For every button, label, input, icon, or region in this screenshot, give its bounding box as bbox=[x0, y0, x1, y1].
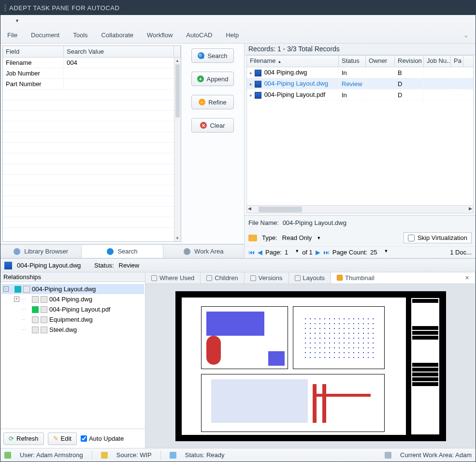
search-button[interactable]: 🔍Search bbox=[191, 48, 234, 63]
col-revision[interactable]: Revision bbox=[395, 56, 424, 67]
status-label: Status: Ready bbox=[185, 451, 225, 459]
menu-tools[interactable]: Tools bbox=[73, 31, 87, 39]
records-grid: Filename▲ Status Owner Revision Job Nu..… bbox=[246, 55, 474, 213]
tab-library-browser[interactable]: Library Browser bbox=[0, 245, 82, 258]
expand-icon[interactable]: + bbox=[14, 297, 19, 302]
thumbnail-viewer[interactable] bbox=[145, 284, 476, 448]
tab-work-area[interactable]: Work Area bbox=[163, 245, 244, 258]
status-icon bbox=[170, 452, 176, 459]
refresh-button[interactable]: ⟳Refresh bbox=[3, 432, 44, 445]
search-tab-icon bbox=[107, 248, 114, 255]
sort-asc-icon: ▲ bbox=[277, 60, 281, 64]
col-filename[interactable]: Filename▲ bbox=[247, 56, 339, 67]
append-button[interactable]: +Append bbox=[191, 72, 234, 86]
tab-search[interactable]: Search bbox=[82, 245, 163, 258]
children-icon bbox=[206, 275, 212, 281]
file-icon bbox=[255, 92, 261, 99]
col-owner[interactable]: Owner bbox=[366, 56, 395, 67]
menu-autocad[interactable]: AutoCAD bbox=[186, 31, 212, 39]
doc-icon bbox=[41, 296, 47, 303]
lower-file-name: 004-Piping Layout.dwg bbox=[17, 262, 81, 269]
window-title: ADEPT TASK PANE FOR AUTOCAD bbox=[9, 4, 119, 12]
of-label: of 1 bbox=[302, 249, 313, 256]
auto-update-checkbox[interactable]: Auto Update bbox=[81, 435, 124, 442]
first-page-icon[interactable]: ⏮ bbox=[248, 249, 255, 256]
clear-button[interactable]: ✕Clear bbox=[191, 118, 234, 133]
doc-icon bbox=[23, 286, 30, 293]
vertical-scrollbar[interactable] bbox=[174, 58, 181, 241]
right-pane: Records: 1 - 3/3 Total Records Filename▲… bbox=[245, 44, 476, 258]
drawing-thumbnail bbox=[175, 291, 446, 441]
tab-where-used[interactable]: Where Used bbox=[145, 272, 201, 283]
tab-layouts[interactable]: Layouts bbox=[289, 272, 332, 283]
source-label: Source: WIP bbox=[116, 451, 152, 459]
dropdown-icon[interactable]: ▼ bbox=[15, 18, 19, 23]
library-icon bbox=[14, 248, 20, 255]
tree-node[interactable]: ⋯004-Piping Layout.pdf bbox=[1, 304, 144, 314]
versions-icon bbox=[250, 275, 256, 281]
user-label: User: Adam Armstrong bbox=[20, 451, 83, 459]
page-dropdown[interactable]: 1▼ bbox=[285, 249, 299, 256]
records-header: Records: 1 - 3/3 Total Records bbox=[245, 44, 476, 55]
tree-node[interactable]: ⋯Steel.dwg bbox=[1, 325, 144, 335]
detail-tabs: Where Used Children Versions Layouts Thu… bbox=[145, 272, 476, 448]
tree-node[interactable]: -004-Piping Layout.dwg bbox=[1, 284, 144, 294]
col-value[interactable]: Search Value bbox=[64, 46, 174, 57]
relationships-tree[interactable]: -004-Piping Layout.dwg+⋯004 Piping.dwg⋯0… bbox=[0, 282, 145, 429]
folder-icon[interactable] bbox=[248, 235, 257, 241]
skip-virtualization-checkbox[interactable]: Skip Virtualization bbox=[404, 232, 472, 243]
head-icon bbox=[14, 286, 21, 293]
menu-workflow[interactable]: Workflow bbox=[147, 31, 173, 39]
status-bar: User: Adam Armstrong Source: WIP Status:… bbox=[0, 448, 476, 462]
chevron-down-icon[interactable]: ⌄ bbox=[463, 31, 469, 39]
search-row[interactable]: Part Number bbox=[3, 79, 174, 89]
file-icon bbox=[32, 316, 39, 323]
refine-button[interactable]: −Refine bbox=[191, 95, 234, 109]
search-row[interactable]: Filename004 bbox=[3, 58, 174, 68]
col-job-number[interactable]: Job Nu... bbox=[424, 56, 451, 67]
prev-page-icon[interactable]: ◀ bbox=[258, 249, 262, 256]
quick-access[interactable]: ▼ bbox=[0, 15, 476, 27]
menu-document[interactable]: Document bbox=[31, 31, 59, 39]
doc-icon bbox=[41, 316, 47, 323]
titlebar: ADEPT TASK PANE FOR AUTOCAD bbox=[0, 0, 476, 15]
close-icon[interactable]: ✕ bbox=[465, 275, 469, 281]
file-name-display: File Name: 004-Piping Layout.dwg bbox=[245, 215, 476, 229]
relationships-header: Relationships bbox=[0, 272, 145, 282]
search-row[interactable]: Job Number bbox=[3, 68, 174, 79]
menu-help[interactable]: Help bbox=[226, 31, 239, 39]
table-row[interactable]: ▸ 004-Piping Layout.pdfInD bbox=[247, 89, 473, 101]
grip-icon bbox=[4, 4, 6, 11]
edit-button[interactable]: ✎Edit bbox=[48, 432, 77, 445]
file-icon bbox=[32, 327, 39, 333]
refresh-icon: ⟳ bbox=[9, 435, 14, 442]
tab-versions[interactable]: Versions bbox=[245, 272, 289, 283]
doc-icon bbox=[41, 306, 47, 313]
col-status[interactable]: Status bbox=[339, 56, 366, 67]
work-area-icon bbox=[385, 452, 391, 459]
table-row[interactable]: ▸ 004-Piping Layout.dwgReviewD bbox=[247, 78, 473, 89]
relationships-panel: Relationships -004-Piping Layout.dwg+⋯00… bbox=[0, 272, 145, 448]
last-page-icon[interactable]: ⏭ bbox=[323, 249, 330, 256]
work-area-label: Current Work Area: Adam bbox=[400, 451, 472, 459]
menu-file[interactable]: File bbox=[7, 31, 17, 39]
type-dropdown[interactable]: Read Only▼ bbox=[282, 234, 321, 241]
page-count-label: Page Count: bbox=[332, 249, 367, 256]
work-icon bbox=[184, 248, 190, 255]
col-field[interactable]: Field bbox=[3, 46, 64, 57]
expand-icon[interactable]: - bbox=[3, 286, 9, 292]
horizontal-scrollbar[interactable] bbox=[247, 205, 473, 213]
table-row[interactable]: ▸ 004 Piping.dwgInB bbox=[247, 67, 473, 78]
pencil-icon: ✎ bbox=[53, 435, 58, 442]
tab-children[interactable]: Children bbox=[201, 272, 244, 283]
menu-collaborate[interactable]: Collaborate bbox=[101, 31, 134, 39]
lower-status: Review bbox=[119, 262, 140, 269]
tree-node[interactable]: ⋯Equipment.dwg bbox=[1, 314, 144, 325]
next-page-icon[interactable]: ▶ bbox=[316, 249, 320, 256]
tree-node[interactable]: +⋯004 Piping.dwg bbox=[1, 294, 144, 304]
page-count-dropdown[interactable]: 25▼ bbox=[370, 249, 388, 256]
tab-thumbnail[interactable]: Thumbnail✕ bbox=[331, 272, 476, 283]
user-icon bbox=[4, 452, 11, 459]
col-pa[interactable]: Pa bbox=[451, 56, 463, 67]
where-used-icon bbox=[151, 275, 157, 281]
